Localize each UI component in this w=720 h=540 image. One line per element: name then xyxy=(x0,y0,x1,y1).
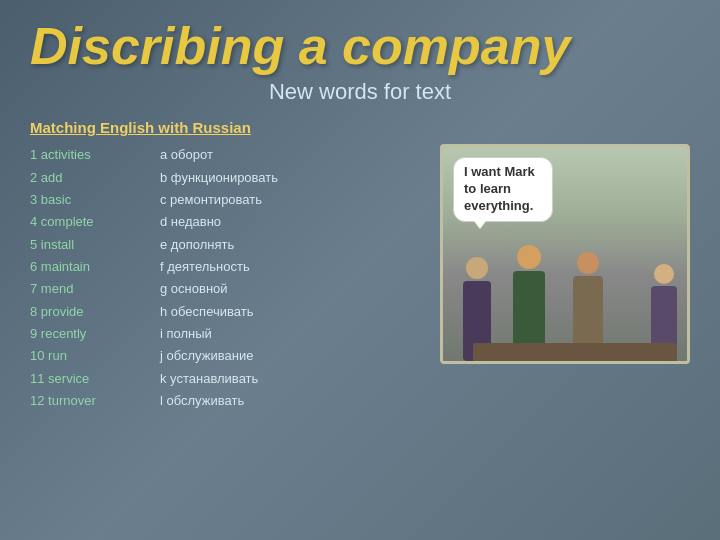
english-word-item: 11 service xyxy=(30,368,160,390)
english-word-item: 3 basic xyxy=(30,189,160,211)
english-word-item: 8 provide xyxy=(30,301,160,323)
english-word-item: 12 turnover xyxy=(30,390,160,412)
english-words-column: 1 activities2 add3 basic4 complete5 inst… xyxy=(30,144,160,412)
russian-word-item: f деятельность xyxy=(160,256,330,278)
russian-word-item: i полный xyxy=(160,323,330,345)
english-word-item: 7 mend xyxy=(30,278,160,300)
russian-word-item: c ремонтировать xyxy=(160,189,330,211)
english-word-item: 5 install xyxy=(30,234,160,256)
illustration-image: I want Mark to learn everything. xyxy=(440,144,690,364)
english-word-item: 1 activities xyxy=(30,144,160,166)
russian-word-item: h обеспечивать xyxy=(160,301,330,323)
russian-word-item: d недавно xyxy=(160,211,330,233)
english-word-item: 9 recently xyxy=(30,323,160,345)
russian-word-item: l обслуживать xyxy=(160,390,330,412)
english-word-item: 10 run xyxy=(30,345,160,367)
russian-word-item: a оборот xyxy=(160,144,330,166)
russian-word-item: g основной xyxy=(160,278,330,300)
english-word-item: 6 maintain xyxy=(30,256,160,278)
main-title: Discribing a company xyxy=(30,18,690,75)
russian-word-item: b функционировать xyxy=(160,167,330,189)
english-word-item: 2 add xyxy=(30,167,160,189)
russian-words-column: a оборотb функционироватьc ремонтировать… xyxy=(160,144,330,412)
russian-word-item: e дополнять xyxy=(160,234,330,256)
subtitle: New words for text xyxy=(30,79,690,105)
section-label: Matching English with Russian xyxy=(30,119,690,136)
russian-word-item: j обслуживание xyxy=(160,345,330,367)
russian-word-item: k устанавливать xyxy=(160,368,330,390)
english-word-item: 4 complete xyxy=(30,211,160,233)
